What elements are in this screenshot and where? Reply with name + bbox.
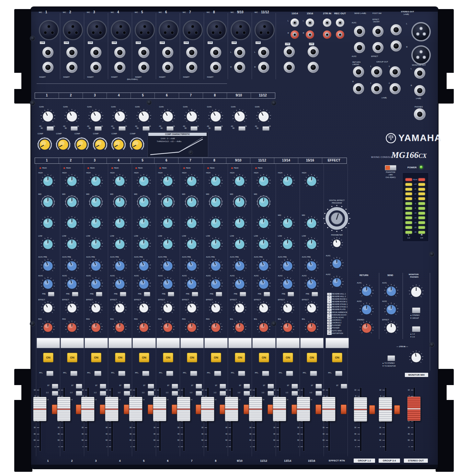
pan-knob-1[interactable] [40,320,56,335]
group12-assign-6[interactable] [172,391,178,396]
mid-knob-11/12[interactable] [256,194,272,210]
hpf-switch-11/12[interactable] [262,126,269,131]
comp-knob-2[interactable] [55,136,72,153]
pan-knob-2[interactable] [64,320,80,335]
pan-knob-4[interactable] [112,320,128,335]
gain-knob-11/12[interactable] [255,108,272,125]
low-knob-1[interactable] [40,236,56,252]
aux1-knob-4[interactable] [112,258,128,274]
low-knob-8[interactable] [208,236,224,252]
mid-knob-4[interactable] [112,194,128,210]
aux2-knob-11/12[interactable] [256,276,272,292]
comp-knob-1[interactable] [36,136,53,153]
group12-assign-9/10[interactable] [244,391,250,396]
channel-fader-7[interactable] [177,397,190,421]
pan-knob-5[interactable] [136,320,152,335]
aux1-knob-6[interactable] [160,258,176,274]
aux1-knob-13/14[interactable] [280,258,296,274]
on-button-9/10[interactable]: ON [235,353,245,362]
low-knob-3[interactable] [88,236,104,252]
mid-freq-knob-2[interactable] [64,215,80,231]
pfl-button-15/16[interactable] [310,371,317,376]
gain-knob-4[interactable] [111,108,128,125]
return-aux2-knob[interactable] [359,302,375,318]
mid-knob-6[interactable] [160,194,176,210]
pan-knob-11/12[interactable] [256,320,271,335]
mid-freq-knob-6[interactable] [160,215,176,231]
high-knob-8[interactable] [208,173,224,189]
effect-aux1-knob[interactable] [329,256,345,271]
effect-aux2-knob[interactable] [329,275,345,290]
pfl-button-4[interactable] [118,371,125,376]
pfl-button-1[interactable] [46,371,53,376]
hpf-switch-1[interactable] [47,126,54,131]
hpf-switch-3[interactable] [95,126,102,131]
pan-knob-3[interactable] [88,320,104,335]
pfl-button-11/12[interactable] [262,371,269,376]
on-button-13/14[interactable]: ON [283,353,293,362]
channel-fader-8[interactable] [201,397,214,421]
st-assign-3[interactable] [100,384,106,389]
aux1-knob-7[interactable] [184,258,200,274]
aux1-knob-9/10[interactable] [232,258,248,274]
low-knob-2[interactable] [64,236,80,252]
aux2-knob-8[interactable] [208,276,224,292]
group12-st-switch[interactable] [369,405,375,414]
aux1-knob-3[interactable] [88,258,104,274]
low-knob-7[interactable] [184,236,200,252]
low-knob-4[interactable] [112,236,128,252]
group12-assign-5[interactable] [148,391,154,396]
mid-freq-knob-3[interactable] [88,215,104,231]
high-knob-15/16[interactable] [303,173,320,189]
channel-fader-15/16[interactable] [297,397,310,421]
comp-knob-4[interactable] [92,136,108,153]
group12-fader[interactable] [354,397,367,422]
mid-knob-15/16[interactable] [303,215,320,231]
pre-switch-11/12[interactable] [264,292,270,296]
pre-switch-9/10[interactable] [240,292,246,296]
group34-st-switch[interactable] [394,405,400,414]
st-assign-8[interactable] [220,384,226,389]
aux1-knob-15/16[interactable] [303,258,320,274]
send-aux1-knob[interactable] [383,283,399,299]
pfl-button-6[interactable] [166,371,173,376]
effect-knob-15/16[interactable] [304,300,319,316]
st-assign-6[interactable] [172,384,178,389]
group12-assign-11/12[interactable] [268,391,274,396]
high-knob-13/14[interactable] [280,173,296,189]
mid-knob-13/14[interactable] [280,215,296,231]
monitor-group-switch[interactable] [412,326,420,332]
mid-knob-8[interactable] [208,194,224,210]
send-aux2-knob[interactable] [383,302,399,318]
channel-fader-5[interactable] [129,397,143,421]
st-assign-4[interactable] [124,384,130,389]
st-assign-15/16[interactable] [315,384,322,389]
mid-knob-1[interactable] [40,194,56,210]
gain-knob-3[interactable] [87,108,104,125]
pan-knob-8[interactable] [208,320,223,335]
on-button-2[interactable]: ON [67,353,77,362]
parameter-knob[interactable] [330,236,344,250]
channel-fader-1[interactable] [33,397,47,421]
effect-knob-7[interactable] [184,300,200,316]
effect-knob-2[interactable] [64,300,80,316]
monitor-phones-knob[interactable] [408,283,425,300]
mid-freq-knob-1[interactable] [40,215,56,231]
low-knob-5[interactable] [136,236,152,252]
aux2-knob-3[interactable] [88,276,104,292]
st-assign-11/12[interactable] [268,384,274,389]
group34-fader[interactable] [379,397,392,422]
aux1-knob-2[interactable] [64,258,80,274]
channel-fader-6[interactable] [153,397,166,421]
mid-knob-2[interactable] [64,194,80,210]
pfl-button-9/10[interactable] [238,371,245,376]
pre-switch-15/16[interactable] [312,292,318,296]
pan-knob-9/10[interactable] [232,320,247,335]
effect-rtn-fader[interactable] [322,397,336,421]
gain-knob-6[interactable] [159,108,176,125]
on-button-7[interactable]: ON [187,353,197,362]
gain-knob-1[interactable] [40,108,56,125]
mid-freq-knob-11/12[interactable] [256,215,272,231]
comp-knob-6[interactable] [129,136,145,153]
aux2-knob-6[interactable] [160,276,176,292]
